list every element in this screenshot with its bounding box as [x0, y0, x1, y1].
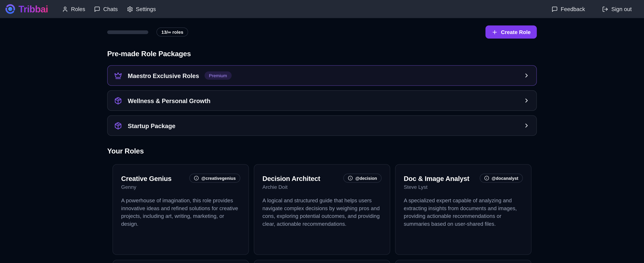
package-row-startup[interactable]: Startup Package — [107, 115, 537, 136]
nav-item-chats[interactable]: Chats — [91, 3, 121, 15]
package-label: Startup Package — [128, 122, 176, 129]
info-icon — [484, 176, 489, 181]
nav-item-label: Chats — [103, 6, 118, 12]
package-icon — [114, 122, 122, 130]
card-header: Decision Architect Archie Doit @decision — [262, 174, 382, 190]
create-role-label: Create Role — [501, 29, 531, 35]
nav-item-feedback[interactable]: Feedback — [548, 3, 588, 15]
gear-icon — [127, 6, 133, 12]
role-handle-label: @creativegenius — [201, 176, 236, 181]
nav-item-label: Settings — [136, 6, 156, 12]
top-navbar: Tribbai Roles Chats — [0, 0, 644, 18]
chevron-right-icon — [523, 72, 530, 79]
primary-nav: Roles Chats Settings — [59, 3, 159, 15]
chevron-right-icon — [523, 122, 530, 129]
roles-progress-bar — [107, 30, 148, 34]
package-label: Wellness & Personal Growth — [128, 97, 210, 104]
nav-item-roles[interactable]: Roles — [59, 3, 88, 15]
card-header-text: Decision Architect Archie Doit — [262, 174, 320, 190]
app-root: Tribbai Roles Chats — [0, 0, 644, 263]
role-card-title: Decision Architect — [262, 175, 320, 183]
brand-logo[interactable]: Tribbai — [5, 3, 48, 15]
nav-item-label: Roles — [71, 6, 85, 12]
role-card-description: A specialized expert capable of analyzin… — [404, 197, 523, 228]
role-card-subtitle: Steve Lyst — [404, 184, 469, 190]
feedback-icon — [552, 6, 558, 12]
roles-cards-grid: Creative Genius Genny @creativegenius A … — [107, 164, 537, 263]
nav-item-sign-out[interactable]: Sign out — [599, 3, 635, 15]
role-card-partial[interactable] — [254, 260, 390, 263]
tribbai-logo-icon — [5, 4, 16, 14]
role-card-creative-genius[interactable]: Creative Genius Genny @creativegenius A … — [112, 164, 249, 255]
role-card-doc-image-analyst[interactable]: Doc & Image Analyst Steve Lyst @docanaly… — [395, 164, 532, 255]
packages-section-title: Pre-made Role Packages — [107, 50, 537, 58]
plus-icon — [492, 29, 498, 35]
main-content: 13/∞ roles Create Role Pre-made Role Pac… — [107, 25, 537, 263]
brand-name: Tribbai — [18, 3, 48, 15]
role-handle-badge[interactable]: @creativegenius — [190, 174, 240, 183]
role-handle-label: @docanalyst — [492, 176, 518, 181]
role-handle-badge[interactable]: @docanalyst — [480, 174, 523, 183]
user-icon — [62, 6, 68, 12]
secondary-nav: Feedback Sign out — [548, 3, 635, 15]
info-icon — [194, 176, 199, 181]
card-header: Doc & Image Analyst Steve Lyst @docanaly… — [404, 174, 523, 190]
your-roles-section-title: Your Roles — [107, 147, 537, 156]
role-card-description: A logical and structured guide that help… — [262, 197, 382, 228]
role-card-title: Doc & Image Analyst — [404, 175, 469, 183]
crown-icon — [114, 72, 122, 79]
info-icon — [348, 176, 353, 181]
role-card-description: A powerhouse of imagination, this role p… — [121, 197, 240, 228]
card-header-text: Creative Genius Genny — [121, 174, 172, 190]
premium-badge: Premium — [204, 71, 232, 80]
nav-item-label: Sign out — [612, 6, 632, 12]
role-card-decision-architect[interactable]: Decision Architect Archie Doit @decision… — [254, 164, 390, 255]
role-handle-badge[interactable]: @decision — [343, 174, 382, 183]
card-header: Creative Genius Genny @creativegenius — [121, 174, 240, 190]
chat-icon — [94, 6, 100, 12]
create-role-button[interactable]: Create Role — [486, 25, 537, 38]
role-card-title: Creative Genius — [121, 175, 172, 183]
nav-item-label: Feedback — [560, 6, 585, 12]
role-card-subtitle: Genny — [121, 184, 172, 190]
card-header-text: Doc & Image Analyst Steve Lyst — [404, 174, 469, 190]
sign-out-icon — [602, 6, 608, 12]
package-label: Maestro Exclusive Roles — [128, 72, 199, 79]
chevron-right-icon — [523, 97, 530, 104]
package-list: Maestro Exclusive Roles Premium Wellness… — [107, 65, 537, 136]
package-icon — [114, 97, 122, 105]
package-row-wellness[interactable]: Wellness & Personal Growth — [107, 90, 537, 111]
role-card-subtitle: Archie Doit — [262, 184, 320, 190]
role-card-partial[interactable] — [112, 260, 249, 263]
role-card-partial[interactable] — [395, 260, 532, 263]
role-handle-label: @decision — [355, 176, 377, 181]
roles-toolbar: 13/∞ roles Create Role — [107, 25, 537, 38]
nav-item-settings[interactable]: Settings — [124, 3, 159, 15]
roles-count-badge: 13/∞ roles — [156, 27, 188, 36]
package-row-maestro[interactable]: Maestro Exclusive Roles Premium — [107, 65, 537, 86]
